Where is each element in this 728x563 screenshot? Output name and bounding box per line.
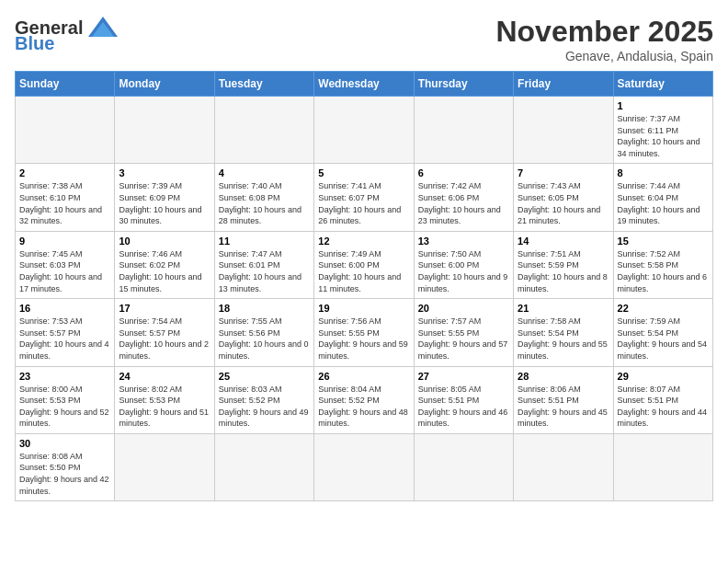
table-row: 1 Sunrise: 7:37 AM Sunset: 6:11 PM Dayli… <box>613 97 712 164</box>
table-row: 27 Sunrise: 8:05 AM Sunset: 5:51 PM Dayl… <box>414 366 513 433</box>
page-header: General Blue November 2025 Genave, Andal… <box>15 15 713 63</box>
header-friday: Friday <box>514 72 613 97</box>
day-info: Sunrise: 7:57 AM Sunset: 5:55 PM Dayligh… <box>418 316 509 362</box>
day-info: Sunrise: 7:44 AM Sunset: 6:04 PM Dayligh… <box>618 180 709 226</box>
day-number: 25 <box>219 371 310 382</box>
calendar-row: 30 Sunrise: 8:08 AM Sunset: 5:50 PM Dayl… <box>16 433 713 500</box>
weekday-header-row: Sunday Monday Tuesday Wednesday Thursday… <box>16 72 713 97</box>
table-row: 20 Sunrise: 7:57 AM Sunset: 5:55 PM Dayl… <box>414 299 513 366</box>
day-info: Sunrise: 8:04 AM Sunset: 5:52 PM Dayligh… <box>318 384 409 430</box>
day-number: 23 <box>19 371 110 382</box>
table-row: 15 Sunrise: 7:52 AM Sunset: 5:58 PM Dayl… <box>613 231 712 298</box>
table-row: 18 Sunrise: 7:55 AM Sunset: 5:56 PM Dayl… <box>214 299 313 366</box>
day-info: Sunrise: 7:52 AM Sunset: 5:58 PM Dayligh… <box>618 248 709 294</box>
day-info: Sunrise: 7:46 AM Sunset: 6:02 PM Dayligh… <box>119 248 210 294</box>
empty-cell <box>514 97 613 164</box>
day-number: 17 <box>119 303 210 314</box>
table-row: 14 Sunrise: 7:51 AM Sunset: 5:59 PM Dayl… <box>514 231 613 298</box>
table-row: 11 Sunrise: 7:47 AM Sunset: 6:01 PM Dayl… <box>214 231 313 298</box>
day-number: 14 <box>518 236 609 247</box>
day-number: 19 <box>318 303 409 314</box>
day-info: Sunrise: 7:39 AM Sunset: 6:09 PM Dayligh… <box>119 180 210 226</box>
day-number: 15 <box>618 236 709 247</box>
day-number: 30 <box>19 438 110 449</box>
day-info: Sunrise: 7:51 AM Sunset: 5:59 PM Dayligh… <box>518 248 609 294</box>
day-info: Sunrise: 7:55 AM Sunset: 5:56 PM Dayligh… <box>219 316 310 362</box>
table-row: 9 Sunrise: 7:45 AM Sunset: 6:03 PM Dayli… <box>16 231 115 298</box>
day-number: 3 <box>119 167 210 178</box>
header-sunday: Sunday <box>16 72 115 97</box>
day-number: 1 <box>618 100 709 111</box>
day-info: Sunrise: 7:50 AM Sunset: 6:00 PM Dayligh… <box>418 248 509 294</box>
table-row: 12 Sunrise: 7:49 AM Sunset: 6:00 PM Dayl… <box>314 231 414 298</box>
day-number: 24 <box>119 371 210 382</box>
day-info: Sunrise: 7:49 AM Sunset: 6:00 PM Dayligh… <box>318 248 409 294</box>
empty-cell <box>115 433 214 500</box>
logo: General Blue <box>15 15 119 54</box>
day-number: 29 <box>618 371 709 382</box>
day-info: Sunrise: 7:40 AM Sunset: 6:08 PM Dayligh… <box>219 180 310 226</box>
day-number: 6 <box>418 167 509 178</box>
calendar-row: 16 Sunrise: 7:53 AM Sunset: 5:57 PM Dayl… <box>16 299 713 366</box>
day-number: 20 <box>418 303 509 314</box>
day-number: 9 <box>19 236 110 247</box>
table-row: 7 Sunrise: 7:43 AM Sunset: 6:05 PM Dayli… <box>514 164 613 231</box>
day-number: 16 <box>19 303 110 314</box>
day-info: Sunrise: 8:06 AM Sunset: 5:51 PM Dayligh… <box>518 384 609 430</box>
day-number: 26 <box>318 371 409 382</box>
table-row: 13 Sunrise: 7:50 AM Sunset: 6:00 PM Dayl… <box>414 231 513 298</box>
title-block: November 2025 Genave, Andalusia, Spain <box>495 15 713 63</box>
day-number: 12 <box>318 236 409 247</box>
header-monday: Monday <box>115 72 214 97</box>
calendar-row: 2 Sunrise: 7:38 AM Sunset: 6:10 PM Dayli… <box>16 164 713 231</box>
day-info: Sunrise: 7:56 AM Sunset: 5:55 PM Dayligh… <box>318 316 409 362</box>
table-row: 19 Sunrise: 7:56 AM Sunset: 5:55 PM Dayl… <box>314 299 414 366</box>
day-number: 2 <box>19 167 110 178</box>
table-row: 5 Sunrise: 7:41 AM Sunset: 6:07 PM Dayli… <box>314 164 414 231</box>
day-info: Sunrise: 7:47 AM Sunset: 6:01 PM Dayligh… <box>219 248 310 294</box>
day-number: 10 <box>119 236 210 247</box>
header-thursday: Thursday <box>414 72 513 97</box>
empty-cell <box>314 433 414 500</box>
day-info: Sunrise: 7:38 AM Sunset: 6:10 PM Dayligh… <box>19 180 110 226</box>
location: Genave, Andalusia, Spain <box>495 49 713 63</box>
table-row: 21 Sunrise: 7:58 AM Sunset: 5:54 PM Dayl… <box>514 299 613 366</box>
empty-cell <box>514 433 613 500</box>
table-row: 25 Sunrise: 8:03 AM Sunset: 5:52 PM Dayl… <box>214 366 313 433</box>
header-wednesday: Wednesday <box>314 72 414 97</box>
table-row: 16 Sunrise: 7:53 AM Sunset: 5:57 PM Dayl… <box>16 299 115 366</box>
day-number: 4 <box>219 167 310 178</box>
table-row: 28 Sunrise: 8:06 AM Sunset: 5:51 PM Dayl… <box>514 366 613 433</box>
month-title: November 2025 <box>495 15 713 49</box>
empty-cell <box>214 433 313 500</box>
day-info: Sunrise: 8:05 AM Sunset: 5:51 PM Dayligh… <box>418 384 509 430</box>
table-row: 6 Sunrise: 7:42 AM Sunset: 6:06 PM Dayli… <box>414 164 513 231</box>
day-number: 27 <box>418 371 509 382</box>
logo-blue-text: Blue <box>15 33 54 54</box>
day-info: Sunrise: 8:00 AM Sunset: 5:53 PM Dayligh… <box>19 384 110 430</box>
empty-cell <box>414 97 513 164</box>
day-number: 13 <box>418 236 509 247</box>
day-info: Sunrise: 7:53 AM Sunset: 5:57 PM Dayligh… <box>19 316 110 362</box>
calendar-table: Sunday Monday Tuesday Wednesday Thursday… <box>15 71 713 501</box>
day-info: Sunrise: 7:41 AM Sunset: 6:07 PM Dayligh… <box>318 180 409 226</box>
empty-cell <box>314 97 414 164</box>
day-info: Sunrise: 7:58 AM Sunset: 5:54 PM Dayligh… <box>518 316 609 362</box>
calendar-row: 9 Sunrise: 7:45 AM Sunset: 6:03 PM Dayli… <box>16 231 713 298</box>
day-info: Sunrise: 8:08 AM Sunset: 5:50 PM Dayligh… <box>19 451 110 497</box>
table-row: 17 Sunrise: 7:54 AM Sunset: 5:57 PM Dayl… <box>115 299 214 366</box>
empty-cell <box>115 97 214 164</box>
empty-cell <box>16 97 115 164</box>
day-info: Sunrise: 7:42 AM Sunset: 6:06 PM Dayligh… <box>418 180 509 226</box>
table-row: 2 Sunrise: 7:38 AM Sunset: 6:10 PM Dayli… <box>16 164 115 231</box>
empty-cell <box>414 433 513 500</box>
day-number: 18 <box>219 303 310 314</box>
empty-cell <box>613 433 712 500</box>
day-number: 8 <box>618 167 709 178</box>
calendar-row: 23 Sunrise: 8:00 AM Sunset: 5:53 PM Dayl… <box>16 366 713 433</box>
table-row: 30 Sunrise: 8:08 AM Sunset: 5:50 PM Dayl… <box>16 433 115 500</box>
calendar-row: 1 Sunrise: 7:37 AM Sunset: 6:11 PM Dayli… <box>16 97 713 164</box>
day-info: Sunrise: 7:59 AM Sunset: 5:54 PM Dayligh… <box>618 316 709 362</box>
day-number: 21 <box>518 303 609 314</box>
day-info: Sunrise: 7:43 AM Sunset: 6:05 PM Dayligh… <box>518 180 609 226</box>
